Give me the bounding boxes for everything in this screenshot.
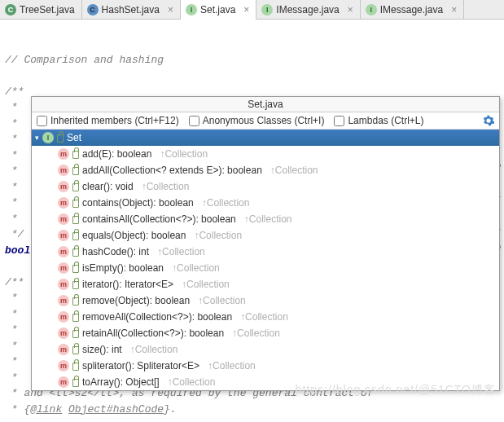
tab-label: IMessage.java [380, 4, 443, 15]
interface-icon: I [186, 4, 197, 15]
method-signature: removeAll(Collection<?>): boolean [82, 311, 232, 323]
editor-area: // Comparison and hashing /** * * * * * … [0, 20, 504, 422]
class-icon: C [87, 4, 99, 15]
lock-icon [72, 215, 79, 223]
lock-icon [72, 313, 79, 321]
method-icon: m [58, 148, 69, 160]
method-row[interactable]: mcontains(Object): boolean↑Collection [32, 195, 499, 211]
tab-set-java[interactable]: ISet.java× [181, 0, 256, 20]
method-signature: add(E): boolean [82, 148, 151, 160]
method-icon: m [58, 165, 69, 176]
method-row[interactable]: misEmpty(): boolean↑Collection [32, 260, 499, 276]
structure-tree: ▾ I Set madd(E): boolean↑CollectionmaddA… [32, 130, 499, 390]
method-signature: clear(): void [82, 181, 134, 192]
method-signature: spliterator(): Spliterator<E> [82, 360, 199, 371]
method-icon: m [58, 246, 69, 257]
close-icon[interactable]: × [451, 4, 457, 15]
inherited-from: ↑Collection [172, 262, 220, 274]
filter-anonymous[interactable]: Anonymous Classes (Ctrl+I) [189, 115, 325, 126]
javadoc-line: * {@link Object#hashCode}. [5, 403, 177, 415]
tab-imessage-java[interactable]: IIMessage.java× [361, 0, 464, 19]
popup-title: Set.java [32, 97, 499, 112]
method-icon: m [58, 279, 69, 290]
inherited-from: ↑Collection [208, 360, 256, 371]
method-icon: m [58, 311, 69, 323]
lock-icon [72, 345, 79, 354]
inherited-from: ↑Collection [198, 295, 246, 306]
method-signature: contains(Object): boolean [82, 197, 194, 209]
method-row[interactable]: mequals(Object): boolean↑Collection [32, 227, 499, 244]
method-row[interactable]: msize(): int↑Collection [32, 341, 499, 358]
inherited-from: ↑Collection [157, 246, 205, 257]
method-row[interactable]: mretainAll(Collection<?>): boolean↑Colle… [32, 325, 499, 341]
interface-icon: I [261, 4, 273, 15]
close-icon[interactable]: × [168, 4, 173, 15]
close-icon[interactable]: × [243, 4, 249, 15]
tree-root-set[interactable]: ▾ I Set [32, 130, 499, 146]
method-signature: addAll(Collection<? extends E>): boolean [82, 165, 262, 176]
method-row[interactable]: mspliterator(): Spliterator<E>↑Collectio… [32, 358, 499, 374]
lock-icon [72, 280, 79, 288]
filter-row: Inherited members (Ctrl+F12) Anonymous C… [32, 112, 499, 130]
method-signature: equals(Object): boolean [82, 230, 186, 241]
method-icon: m [58, 262, 69, 274]
lock-icon [72, 329, 79, 337]
inherited-from: ↑Collection [244, 213, 292, 225]
gear-icon[interactable] [483, 115, 494, 126]
inherited-from: ↑Collection [194, 230, 242, 241]
interface-icon: I [366, 4, 377, 15]
inherited-from: ↑Collection [182, 279, 230, 290]
method-row[interactable]: mremoveAll(Collection<?>): boolean↑Colle… [32, 309, 499, 325]
method-signature: hashCode(): int [82, 246, 149, 257]
method-row[interactable]: mcontainsAll(Collection<?>): boolean↑Col… [32, 211, 499, 227]
filter-lambdas[interactable]: Lambdas (Ctrl+L) [334, 115, 423, 126]
inherited-from: ↑Collection [202, 197, 250, 209]
method-row[interactable]: mremove(Object): boolean↑Collection [32, 292, 499, 309]
tab-imessage-java[interactable]: IIMessage.java× [256, 0, 360, 19]
tab-label: Set.java [200, 4, 235, 15]
inherited-from: ↑Collection [168, 376, 216, 388]
lock-icon [72, 297, 79, 305]
lock-icon [72, 182, 79, 191]
method-icon: m [58, 197, 69, 209]
method-signature: iterator(): Iterator<E> [82, 279, 173, 290]
lock-icon [72, 362, 79, 370]
tab-treeset-java[interactable]: CTreeSet.java [0, 0, 82, 19]
editor-tabs: CTreeSet.javaCHashSet.java×ISet.java×IIM… [0, 0, 504, 20]
method-row[interactable]: mtoArray(): Object[]↑Collection [32, 374, 499, 390]
method-signature: remove(Object): boolean [82, 295, 190, 306]
chevron-down-icon: ▾ [35, 134, 39, 142]
lock-icon [72, 264, 79, 272]
filter-inherited[interactable]: Inherited members (Ctrl+F12) [37, 115, 179, 126]
method-icon: m [58, 327, 69, 339]
method-icon: m [58, 213, 69, 225]
inherited-from: ↑Collection [232, 327, 280, 339]
method-icon: m [58, 344, 69, 355]
method-signature: size(): int [82, 344, 122, 355]
tab-hashset-java[interactable]: CHashSet.java× [82, 0, 181, 19]
inherited-from: ↑Collection [270, 165, 318, 176]
close-icon[interactable]: × [348, 4, 353, 15]
method-row[interactable]: miterator(): Iterator<E>↑Collection [32, 276, 499, 292]
inherited-from: ↑Collection [130, 344, 178, 355]
method-icon: m [58, 181, 69, 192]
method-signature: containsAll(Collection<?>): boolean [82, 213, 236, 225]
method-icon: m [58, 230, 69, 241]
method-row[interactable]: mclear(): void↑Collection [32, 178, 499, 195]
tree-root-label: Set [67, 132, 81, 143]
lock-icon [72, 378, 79, 386]
lock-icon [72, 231, 79, 240]
interface-icon: I [42, 132, 54, 143]
lock-icon [57, 134, 64, 142]
method-icon: m [58, 376, 69, 388]
lock-icon [72, 248, 79, 256]
method-row[interactable]: mhashCode(): int↑Collection [32, 244, 499, 260]
tab-label: TreeSet.java [20, 4, 75, 15]
inherited-from: ↑Collection [160, 148, 208, 160]
lock-icon [72, 199, 79, 207]
method-signature: toArray(): Object[] [82, 376, 160, 388]
method-row[interactable]: maddAll(Collection<? extends E>): boolea… [32, 162, 499, 178]
class-icon: C [5, 4, 16, 15]
structure-popup: Set.java Inherited members (Ctrl+F12) An… [31, 96, 500, 391]
method-row[interactable]: madd(E): boolean↑Collection [32, 146, 499, 162]
